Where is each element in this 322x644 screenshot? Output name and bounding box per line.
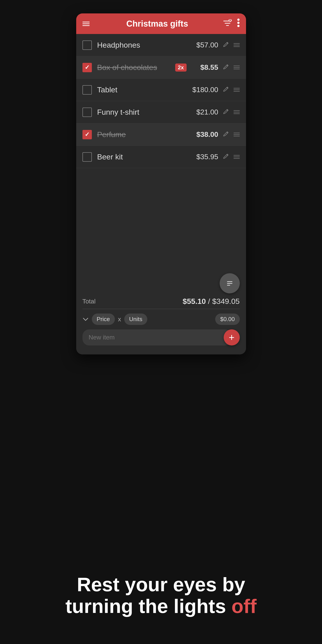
bottom-text: Rest your eyes by turning the lights off	[18, 574, 304, 617]
edit-icon-chocolates[interactable]	[223, 63, 230, 72]
phone-container: Christmas gifts	[74, 0, 248, 354]
new-item-input[interactable]	[82, 330, 232, 346]
item-name-headphones: Headphones	[97, 41, 189, 50]
empty-space	[76, 168, 246, 271]
drag-icon-headphones[interactable]	[234, 43, 240, 47]
bottom-text-line2: turning the lights	[65, 595, 226, 617]
edit-icon-headphones[interactable]	[223, 41, 230, 49]
total-label: Total	[82, 298, 96, 305]
total-separator: /	[208, 297, 212, 306]
item-price-beerkit: $35.95	[189, 153, 218, 161]
app-header: Christmas gifts	[76, 14, 246, 34]
add-icon: +	[229, 332, 235, 342]
formula-result: $0.00	[215, 314, 240, 325]
bottom-text-line1: Rest your eyes by	[77, 573, 245, 596]
list-item: Box of chocolates 2x $8.55	[76, 56, 246, 79]
edit-icon-perfume[interactable]	[223, 130, 230, 139]
svg-point-8	[237, 25, 240, 27]
items-list: Headphones $57.00 Box of chocolates	[76, 34, 246, 168]
edit-icon-tshirt[interactable]	[223, 108, 230, 116]
item-checkbox-chocolates[interactable]	[82, 63, 92, 72]
item-name-tshirt: Funny t-shirt	[97, 108, 189, 116]
item-price-chocolates: $8.55	[189, 63, 218, 72]
total-full-amount: $349.05	[212, 297, 240, 306]
list-item: Perfume $38.00	[76, 124, 246, 146]
item-price-perfume: $38.00	[189, 130, 218, 139]
drag-icon-perfume[interactable]	[234, 132, 240, 136]
item-checkbox-tablet[interactable]	[82, 85, 92, 94]
formula-units-label: Units	[129, 316, 142, 322]
fab-button[interactable]	[220, 273, 240, 294]
list-item: Headphones $57.00	[76, 34, 246, 56]
total-amount: $55.10 / $349.05	[183, 297, 240, 306]
formula-price-dropdown[interactable]: Price	[92, 314, 115, 325]
svg-point-7	[237, 22, 240, 24]
more-icon[interactable]	[237, 18, 240, 29]
item-price-tshirt: $21.00	[189, 108, 218, 116]
fab-container	[76, 271, 246, 294]
list-item: Beer kit $35.95	[76, 146, 246, 168]
item-name-tablet: Tablet	[97, 86, 189, 94]
item-price-tablet: $180.00	[189, 86, 218, 94]
list-item: Funny t-shirt $21.00	[76, 101, 246, 124]
formula-expand-arrow[interactable]	[82, 316, 89, 323]
formula-x-label: x	[118, 316, 121, 323]
bottom-text-section: Rest your eyes by turning the lights off	[0, 574, 322, 617]
edit-icon-tablet[interactable]	[223, 86, 230, 94]
fab-icon	[227, 281, 232, 286]
item-price-headphones: $57.00	[189, 41, 218, 49]
item-checkbox-beerkit[interactable]	[82, 152, 92, 162]
drag-icon-tablet[interactable]	[234, 88, 240, 92]
item-name-beerkit: Beer kit	[97, 152, 189, 161]
formula-price-label: Price	[97, 316, 110, 323]
item-name-perfume: Perfume	[97, 130, 189, 139]
bottom-text-highlight: off	[232, 595, 257, 617]
item-multiplier-chocolates: 2x	[175, 64, 187, 72]
item-checkbox-perfume[interactable]	[82, 130, 92, 139]
edit-icon-beerkit[interactable]	[223, 153, 230, 161]
menu-icon[interactable]	[82, 22, 91, 26]
drag-icon-tshirt[interactable]	[234, 110, 240, 114]
drag-icon-beerkit[interactable]	[234, 155, 240, 159]
add-item-button[interactable]: +	[224, 330, 240, 346]
app-card: Christmas gifts	[76, 14, 246, 354]
new-item-row: +	[82, 327, 240, 350]
header-title: Christmas gifts	[95, 19, 220, 28]
list-item: Tablet $180.00	[76, 79, 246, 101]
formula-row: Price x Units $0.00	[82, 309, 240, 327]
filter-icon[interactable]	[223, 19, 232, 28]
total-checked-amount: $55.10	[183, 297, 206, 306]
item-checkbox-headphones[interactable]	[82, 40, 92, 50]
drag-icon-chocolates[interactable]	[234, 66, 240, 69]
svg-point-6	[237, 18, 240, 21]
total-section: Total $55.10 / $349.05 Price x	[76, 294, 246, 354]
item-name-chocolates: Box of chocolates	[97, 63, 175, 72]
total-row: Total $55.10 / $349.05	[82, 297, 240, 309]
item-checkbox-tshirt[interactable]	[82, 108, 92, 117]
formula-units-dropdown[interactable]: Units	[124, 314, 147, 325]
